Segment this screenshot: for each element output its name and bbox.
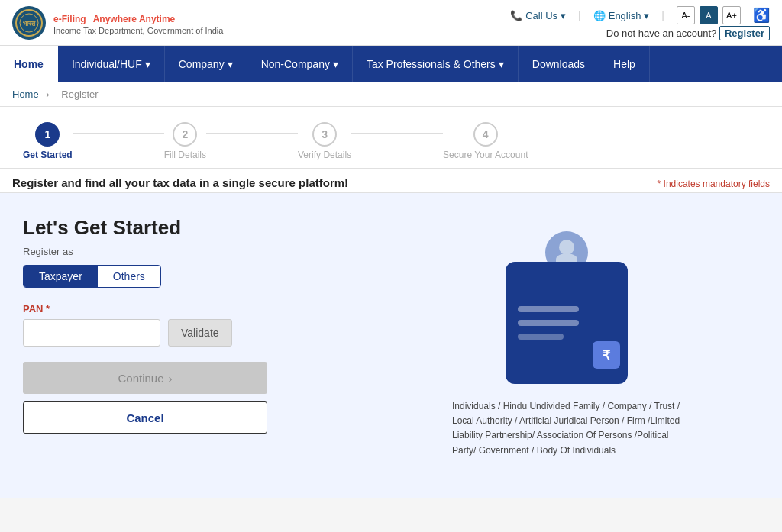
nav-item-help[interactable]: Help	[599, 46, 650, 82]
register-prompt-line: Do not have an account? Register	[606, 27, 770, 39]
id-card-body: ₹	[506, 262, 628, 384]
continue-btn-label: Continue	[118, 372, 163, 385]
pan-input[interactable]	[23, 319, 160, 347]
cancel-button[interactable]: Cancel	[23, 401, 267, 434]
breadcrumb: Home › Register	[0, 82, 782, 107]
page-subtitle: Register and find all your tax data in a…	[12, 176, 348, 189]
avatar-head	[559, 240, 574, 255]
nav-noncompany-dropdown-icon: ▾	[333, 58, 338, 70]
breadcrumb-current: Register	[61, 89, 98, 100]
breadcrumb-separator: ›	[46, 89, 52, 100]
pan-label: PAN *	[23, 303, 344, 314]
card-line-3	[518, 334, 564, 340]
pan-required-marker: *	[46, 303, 50, 314]
step-3-circle: 3	[312, 122, 337, 147]
nav-item-downloads[interactable]: Downloads	[519, 46, 599, 82]
lang-dropdown-icon: ▾	[644, 10, 649, 21]
rupee-badge: ₹	[593, 341, 620, 369]
register-type-toggle: Taxpayer Others	[23, 265, 161, 288]
breadcrumb-home-link[interactable]: Home	[12, 89, 39, 100]
step-3: 3 Verify Details	[298, 122, 351, 160]
register-as-label: Register as	[23, 246, 344, 257]
nav-company-dropdown-icon: ▾	[228, 58, 233, 70]
register-link[interactable]: Register	[719, 26, 770, 40]
taxpayer-toggle-btn[interactable]: Taxpayer	[24, 266, 98, 287]
others-toggle-btn[interactable]: Others	[98, 266, 160, 287]
nav-tax-dropdown-icon: ▾	[499, 58, 504, 70]
step-1-label: Get Started	[23, 150, 73, 160]
register-prompt-text: Do not have an account?	[606, 27, 717, 39]
form-title: Let's Get Started	[23, 216, 344, 240]
card-line-2	[518, 320, 579, 326]
logo-tagline: Anywhere Anytime	[93, 14, 176, 24]
step-line-2	[206, 133, 298, 134]
nav-bar: Home Individual/HUF ▾ Company ▾ Non-Comp…	[0, 46, 782, 82]
step-1-circle: 1	[35, 122, 60, 147]
step-2-label: Fill Details	[164, 150, 206, 160]
nav-individual-label: Individual/HUF	[72, 58, 142, 70]
step-4-label: Secure Your Account	[443, 150, 528, 160]
top-right-area: 📞 Call Us ▾ | 🌐 English ▾ | A- A A+ ♿ Do…	[510, 6, 770, 39]
nav-item-company[interactable]: Company ▾	[165, 46, 247, 82]
form-section: Let's Get Started Register as Taxpayer O…	[23, 216, 344, 476]
nav-item-home[interactable]: Home	[0, 46, 58, 82]
mandatory-note: * Indicates mandatory fields	[658, 179, 770, 189]
font-controls: A- A A+	[677, 6, 741, 24]
phone-icon: 📞	[510, 10, 522, 21]
pan-row: Validate	[23, 319, 344, 347]
top-actions: 📞 Call Us ▾ | 🌐 English ▾ | A- A A+ ♿	[510, 6, 770, 24]
efiling-text: e-Filing	[53, 14, 86, 24]
logo-subtitle: Income Tax Department, Government of Ind…	[53, 26, 223, 35]
page-subtitle-area: Register and find all your tax data in a…	[0, 169, 782, 193]
stepper: 1 Get Started 2 Fill Details 3 Verify De…	[23, 122, 759, 160]
step-4: 4 Secure Your Account	[443, 122, 528, 160]
card-line-1	[518, 306, 579, 312]
continue-button[interactable]: Continue ›	[23, 362, 267, 394]
font-decrease-btn[interactable]: A-	[677, 6, 695, 24]
stepper-area: 1 Get Started 2 Fill Details 3 Verify De…	[0, 107, 782, 169]
step-2-circle: 2	[173, 122, 197, 147]
step-3-label: Verify Details	[298, 150, 351, 160]
accessibility-icon[interactable]: ♿	[753, 7, 770, 24]
call-us-text: Call Us	[525, 10, 557, 21]
nav-individual-dropdown-icon: ▾	[145, 58, 150, 70]
language-text: English	[609, 10, 641, 21]
logo-text: e-Filing Anywhere Anytime Income Tax Dep…	[53, 10, 223, 35]
top-bar: भारत e-Filing Anywhere Anytime Income Ta…	[0, 0, 782, 46]
step-1: 1 Get Started	[23, 122, 73, 160]
nav-company-label: Company	[179, 58, 225, 70]
nav-tax-label: Tax Professionals & Others	[367, 58, 496, 70]
call-us-link[interactable]: 📞 Call Us ▾	[510, 10, 566, 21]
main-content: Let's Get Started Register as Taxpayer O…	[0, 193, 782, 498]
emblem-icon: भारत	[12, 6, 46, 40]
illustration-section: ₹ Individuals / Hindu Undivided Family /…	[374, 216, 759, 476]
pan-label-text: PAN	[23, 303, 43, 314]
logo-title: e-Filing Anywhere Anytime	[53, 10, 223, 26]
step-2: 2 Fill Details	[164, 122, 206, 160]
call-dropdown-icon: ▾	[561, 10, 566, 21]
font-normal-btn[interactable]: A	[700, 6, 718, 24]
card-illustration: ₹	[490, 231, 643, 384]
nav-noncompany-label: Non-Company	[261, 58, 330, 70]
entity-list: Individuals / Hindu Undivided Family / C…	[452, 399, 681, 458]
language-selector[interactable]: 🌐 English ▾	[593, 10, 650, 21]
step-line-1	[73, 133, 164, 134]
nav-item-individual[interactable]: Individual/HUF ▾	[58, 46, 165, 82]
validate-button[interactable]: Validate	[168, 319, 232, 347]
nav-item-noncompany[interactable]: Non-Company ▾	[247, 46, 353, 82]
nav-item-tax-professionals[interactable]: Tax Professionals & Others ▾	[353, 46, 519, 82]
logo-area: भारत e-Filing Anywhere Anytime Income Ta…	[12, 6, 223, 40]
step-line-3	[351, 133, 443, 134]
continue-icon: ›	[169, 372, 173, 385]
font-increase-btn[interactable]: A+	[722, 6, 741, 24]
globe-icon: 🌐	[593, 10, 606, 21]
separator: |	[578, 9, 581, 21]
separator2: |	[661, 9, 664, 21]
svg-text:भारत: भारत	[23, 20, 36, 27]
step-4-circle: 4	[473, 122, 498, 147]
